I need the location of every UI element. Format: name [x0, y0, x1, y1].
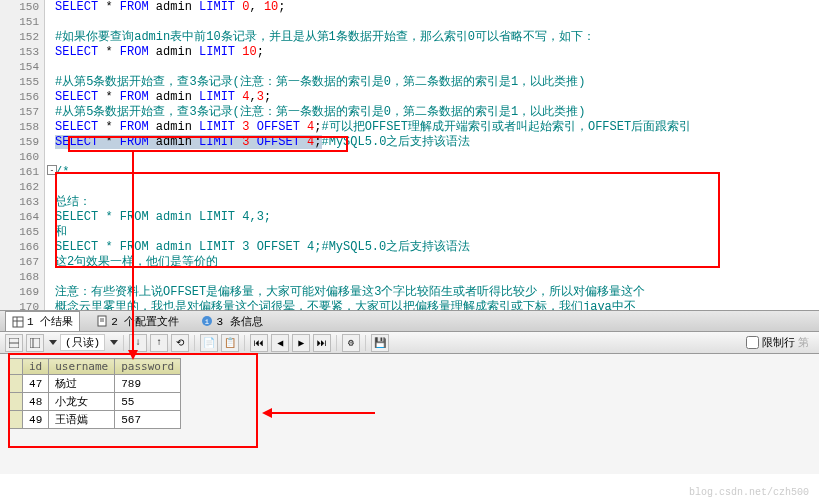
cell-password[interactable]: 789 — [115, 375, 181, 393]
toolbar-next-button[interactable]: ▶ — [292, 334, 310, 352]
info-icon: i — [201, 315, 213, 327]
svg-rect-0 — [13, 317, 23, 327]
tab-info[interactable]: i 3 条信息 — [195, 312, 268, 331]
column-header-password[interactable]: password — [115, 359, 181, 375]
limit-rows-checkbox[interactable] — [746, 336, 759, 349]
table-row[interactable]: 48 小龙女 55 — [9, 393, 181, 411]
cell-id[interactable]: 48 — [23, 393, 49, 411]
toolbar-export-button[interactable]: 📄 — [200, 334, 218, 352]
row-selector[interactable] — [9, 411, 23, 429]
table-row[interactable]: 47 杨过 789 — [9, 375, 181, 393]
toolbar-save-button[interactable]: 💾 — [371, 334, 389, 352]
cell-username[interactable]: 王语嫣 — [49, 411, 115, 429]
table-header-row: id username password — [9, 359, 181, 375]
watermark: blog.csdn.net/czh500 — [689, 487, 809, 498]
comment-line: #如果你要查询admin表中前10条记录，并且是从第1条数据开始查，那么索引0可… — [55, 30, 595, 44]
tab-config[interactable]: 2 个配置文件 — [90, 312, 185, 331]
column-header-id[interactable]: id — [23, 359, 49, 375]
comment-line: 概念云里雾里的，我也是对偏移量这个词很晕，不要紧，大家可以把偏移量理解成索引或下… — [55, 300, 636, 310]
readonly-label: (只读) — [60, 334, 105, 351]
row-selector[interactable] — [9, 393, 23, 411]
document-icon — [96, 315, 108, 327]
cell-username[interactable]: 杨过 — [49, 375, 115, 393]
dropdown-icon[interactable] — [110, 340, 118, 345]
toolbar-last-button[interactable]: ⏭ — [313, 334, 331, 352]
comment-line: 注意：有些资料上说OFFSET是偏移量，大家可能对偏移量这3个字比较陌生或者听得… — [55, 285, 645, 299]
row-selector[interactable] — [9, 375, 23, 393]
toolbar-copy-button[interactable]: 📋 — [221, 334, 239, 352]
code-editor[interactable]: SELECT * FROM admin LIMIT 0, 10; #如果你要查询… — [45, 0, 819, 310]
comment-summary-title: 总结： — [55, 195, 91, 209]
fold-icon[interactable]: - — [47, 165, 57, 175]
cell-password[interactable]: 567 — [115, 411, 181, 429]
comment-line: #从第5条数据开始查，查3条记录(注意：第一条数据的索引是0，第二条数据的索引是… — [55, 105, 585, 119]
cell-id[interactable]: 49 — [23, 411, 49, 429]
cell-id[interactable]: 47 — [23, 375, 49, 393]
toolbar-form-button[interactable] — [26, 334, 44, 352]
comment-inline: #MySQL5.0之后支持该语法 — [322, 135, 471, 149]
limit-rows-label: 限制行 — [762, 335, 795, 350]
toolbar-sort-asc-button[interactable]: ↓ — [129, 334, 147, 352]
cell-password[interactable]: 55 — [115, 393, 181, 411]
tab-config-label: 2 个配置文件 — [111, 314, 179, 329]
tab-results[interactable]: 1 个结果 — [5, 311, 80, 331]
results-grid-area: id username password 47 杨过 789 48 小龙女 55… — [0, 354, 819, 474]
toolbar-refresh-button[interactable]: ⟲ — [171, 334, 189, 352]
toolbar-prev-button[interactable]: ◀ — [271, 334, 289, 352]
corner-cell[interactable] — [9, 359, 23, 375]
results-tabs: 1 个结果 2 个配置文件 i 3 条信息 — [0, 310, 819, 332]
results-toolbar: (只读) ↓ ↑ ⟲ 📄 📋 ⏮ ◀ ▶ ⏭ ⚙ 💾 限制行 第 — [0, 332, 819, 354]
comment-line: SELECT * FROM admin LIMIT 4,3; — [55, 210, 271, 224]
comment-line: 和 — [55, 225, 67, 239]
first-row-label: 第 — [798, 335, 809, 350]
line-number-gutter: 150151152153154 155156157158159 16016116… — [0, 0, 45, 310]
svg-text:i: i — [205, 317, 210, 326]
toolbar-first-button[interactable]: ⏮ — [250, 334, 268, 352]
dropdown-icon[interactable] — [49, 340, 57, 345]
cell-username[interactable]: 小龙女 — [49, 393, 115, 411]
tab-info-label: 3 条信息 — [216, 314, 262, 329]
column-header-username[interactable]: username — [49, 359, 115, 375]
toolbar-filter-button[interactable]: ⚙ — [342, 334, 360, 352]
toolbar-grid-button[interactable] — [5, 334, 23, 352]
comment-line: SELECT * FROM admin LIMIT 3 OFFSET 4;#My… — [55, 240, 470, 254]
toolbar-sort-desc-button[interactable]: ↑ — [150, 334, 168, 352]
comment-line: #从第5条数据开始查，查3条记录(注意：第一条数据的索引是0，第二条数据的索引是… — [55, 75, 585, 89]
table-row[interactable]: 49 王语嫣 567 — [9, 411, 181, 429]
grid-icon — [12, 316, 24, 328]
comment-line: 这2句效果一样，他们是等价的 — [55, 255, 218, 269]
results-table[interactable]: id username password 47 杨过 789 48 小龙女 55… — [8, 358, 181, 429]
tab-results-label: 1 个结果 — [27, 314, 73, 329]
svg-rect-10 — [30, 338, 40, 348]
